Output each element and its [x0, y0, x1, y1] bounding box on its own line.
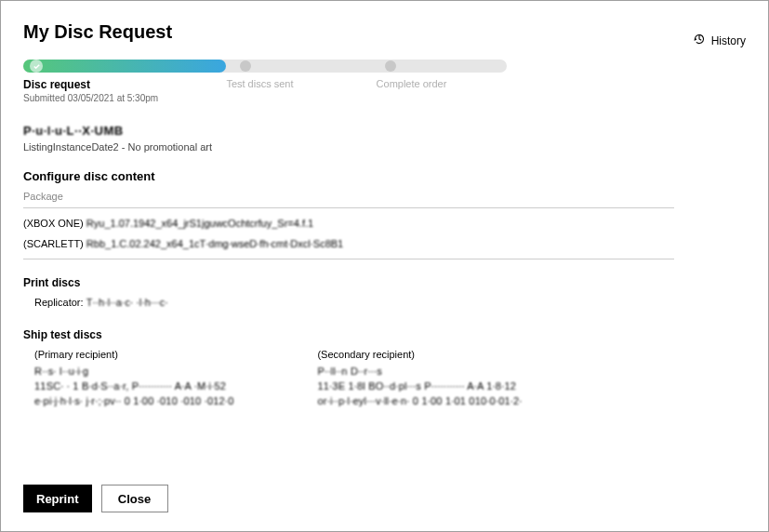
- close-button[interactable]: Close: [101, 485, 168, 512]
- package-row: (XBOX ONE) Ryu_1.07.1942_x64_jrS1jguwcOc…: [23, 218, 746, 229]
- secondary-contact: or·i··p·l·eyl···v·ll·e·n· 0 1·00 1·01 01…: [317, 395, 522, 406]
- progress-step1-sub: Submitted 03/05/2021 at 5:30pm: [23, 93, 226, 103]
- secondary-recipient: (Secondary recipient) P··ll··n D··r···s …: [317, 349, 522, 410]
- secondary-label: (Secondary recipient): [317, 349, 522, 360]
- progress-bar: Disc request Submitted 03/05/2021 at 5:3…: [23, 60, 507, 103]
- package-prefix: (XBOX ONE): [23, 218, 86, 229]
- listing-line: ListingInstanceDate2 - No promotional ar…: [23, 141, 746, 153]
- progress-step3-label: Complete order: [377, 78, 447, 103]
- divider: [23, 207, 674, 208]
- configure-heading: Configure disc content: [23, 169, 746, 183]
- primary-label: (Primary recipient): [34, 349, 233, 360]
- primary-recipient: (Primary recipient) R··s· I··u·i·g 11SC·…: [34, 349, 233, 410]
- progress-step1-label: Disc request: [23, 78, 226, 91]
- divider: [23, 259, 674, 259]
- print-heading: Print discs: [23, 276, 746, 289]
- reprint-button[interactable]: Reprint: [23, 485, 92, 512]
- secondary-addr: 11·3E 1·8l BO··d·pl···s P··········· A·A…: [317, 380, 522, 392]
- primary-contact: e·pi·j·h·l·s· j·r·;·pv·· 0 1·00 ·010 ·01…: [34, 395, 233, 406]
- replicator-value: T··h·l··a·c· ·l·h···c·: [86, 297, 168, 308]
- progress-step2-dot: [240, 60, 251, 72]
- progress-step1-dot: [30, 60, 43, 73]
- history-label: History: [711, 34, 746, 47]
- primary-addr: 11SC· · 1 B·d·S··a·r, P··········· A·A ·…: [34, 380, 233, 392]
- package-name: Rbb_1.C.02.242_x64_1cT·dmg·wseD·fh·cmt·D…: [86, 238, 343, 249]
- page-title: My Disc Request: [23, 21, 172, 43]
- primary-name: R··s· I··u·i·g: [34, 366, 233, 377]
- replicator-line: Replicator: T··h·l··a·c· ·l·h···c·: [34, 297, 746, 308]
- history-link[interactable]: History: [693, 33, 746, 48]
- secondary-name: P··ll··n D··r···s: [317, 366, 522, 377]
- package-name: Ryu_1.07.1942_x64_jrS1jguwcOchtcrfuy_Sr=…: [86, 218, 313, 229]
- package-row: (SCARLETT) Rbb_1.C.02.242_x64_1cT·dmg·ws…: [23, 238, 746, 249]
- product-title: P·u·l·u·L··X·UMB: [23, 124, 746, 138]
- progress-step2-label: Test discs sent: [226, 78, 376, 103]
- replicator-label: Replicator:: [34, 297, 86, 308]
- package-label: Package: [23, 191, 746, 202]
- ship-heading: Ship test discs: [23, 328, 746, 341]
- progress-step3-dot: [385, 60, 396, 72]
- history-icon: [693, 33, 706, 48]
- package-prefix: (SCARLETT): [23, 238, 86, 249]
